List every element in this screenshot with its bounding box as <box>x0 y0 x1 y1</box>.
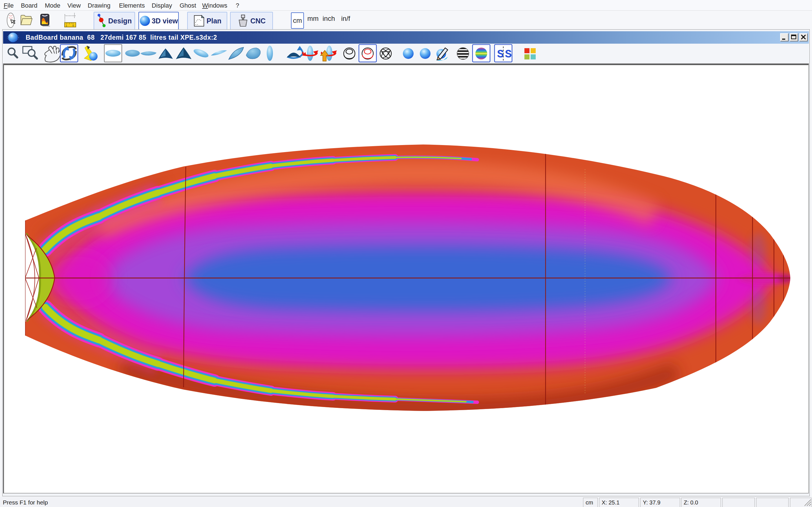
svg-text:S: S <box>505 48 512 61</box>
svg-text:S: S <box>497 48 504 61</box>
svg-text:0: 0 <box>72 24 74 27</box>
svg-text:1: 1 <box>66 24 67 27</box>
